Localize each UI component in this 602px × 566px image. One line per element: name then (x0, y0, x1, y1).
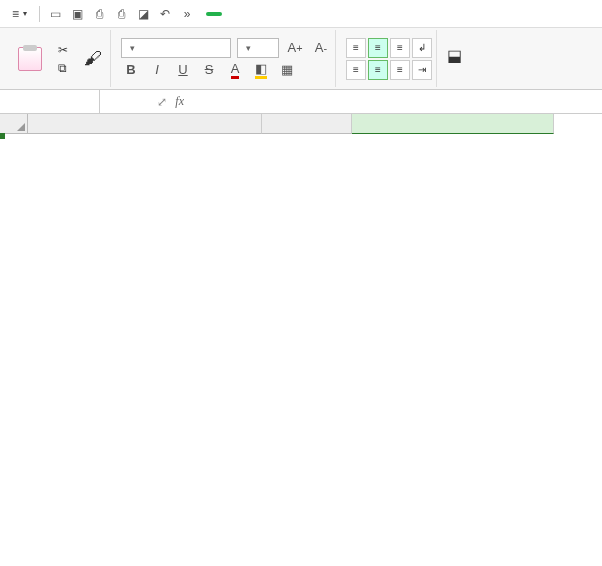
tab-data[interactable] (290, 12, 294, 16)
align-top-center[interactable]: ≡ (368, 38, 388, 58)
font-size-combo[interactable]: ▾ (237, 38, 279, 58)
print-icon[interactable]: ⎙ (112, 5, 130, 23)
name-box[interactable] (0, 90, 100, 113)
chevron-down-icon: ▾ (23, 9, 27, 18)
merge-group: ⬓ (443, 30, 466, 87)
file-menu[interactable]: ≡ ▾ (6, 5, 33, 23)
brush-icon: 🖌 (84, 48, 102, 69)
copy-icon: ⧉ (58, 61, 67, 75)
grow-font-button[interactable]: A+ (285, 38, 305, 58)
tab-layout[interactable] (254, 12, 258, 16)
fx-icon[interactable]: fx (175, 94, 184, 109)
align-group: ≡ ≡ ≡ ↲ ≡ ≡ ≡ ⇥ (342, 30, 437, 87)
separator (39, 6, 40, 22)
column-headers (28, 114, 554, 134)
chevron-down-icon: ▾ (246, 43, 251, 53)
align-top-right[interactable]: ≡ (390, 38, 410, 58)
merge-icon: ⬓ (447, 46, 462, 65)
format-brush-button[interactable]: 🖌 (80, 46, 106, 72)
select-all-corner[interactable] (0, 114, 28, 134)
border-button[interactable]: ▦ (277, 60, 297, 80)
tab-security[interactable] (344, 12, 348, 16)
col-header-B[interactable] (262, 114, 352, 134)
tab-insert[interactable] (236, 12, 240, 16)
open-icon[interactable]: ▭ (46, 5, 64, 23)
paste-button[interactable] (8, 47, 52, 71)
more-icon[interactable]: » (178, 5, 196, 23)
export-pdf-icon[interactable]: ⎙ (90, 5, 108, 23)
spreadsheet-grid (0, 114, 602, 566)
copy-button[interactable]: ⧉ (58, 61, 74, 75)
formula-input[interactable] (190, 90, 602, 113)
clipboard-group: ✂ ⧉ 🖌 (4, 30, 111, 87)
align-bottom-center[interactable]: ≡ (368, 60, 388, 80)
formula-bar: ⤢ fx (0, 90, 602, 114)
font-name-combo[interactable]: ▾ (121, 38, 231, 58)
scissors-icon: ✂ (58, 43, 68, 57)
tab-formula[interactable] (272, 12, 276, 16)
font-color-button[interactable]: A (225, 60, 245, 80)
shrink-font-button[interactable]: A- (311, 38, 331, 58)
col-header-C[interactable] (352, 114, 554, 134)
col-header-A[interactable] (28, 114, 262, 134)
fill-color-button[interactable]: ◧ (251, 60, 271, 80)
menubar: ≡ ▾ ▭ ▣ ⎙ ⎙ ◪ ↶ » (0, 0, 602, 28)
preview-icon[interactable]: ◪ (134, 5, 152, 23)
ribbon: ✂ ⧉ 🖌 ▾ ▾ A+ A- (0, 28, 602, 90)
tab-dev[interactable] (362, 12, 366, 16)
tab-view[interactable] (326, 12, 330, 16)
selection-cursor (0, 134, 4, 138)
undo-icon[interactable]: ↶ (156, 5, 174, 23)
underline-button[interactable]: U (173, 60, 193, 80)
align-bottom-left[interactable]: ≡ (346, 60, 366, 80)
wrap-text[interactable]: ↲ (412, 38, 432, 58)
paste-icon (18, 47, 42, 71)
strike-button[interactable]: S (199, 60, 219, 80)
font-group: ▾ ▾ A+ A- B I U S A ◧ ▦ (117, 30, 336, 87)
align-top-left[interactable]: ≡ (346, 38, 366, 58)
bold-button[interactable]: B (121, 60, 141, 80)
cut-button[interactable]: ✂ (58, 43, 74, 57)
hamburger-icon: ≡ (12, 7, 19, 21)
italic-button[interactable]: I (147, 60, 167, 80)
tab-review[interactable] (308, 12, 312, 16)
chevron-down-icon: ▾ (130, 43, 135, 53)
tab-home[interactable] (206, 12, 222, 16)
ribbon-tabs (206, 12, 366, 16)
indent[interactable]: ⇥ (412, 60, 432, 80)
merge-button[interactable]: ⬓ (447, 46, 462, 71)
align-bottom-right[interactable]: ≡ (390, 60, 410, 80)
expand-icon[interactable]: ⤢ (157, 95, 167, 109)
save-icon[interactable]: ▣ (68, 5, 86, 23)
